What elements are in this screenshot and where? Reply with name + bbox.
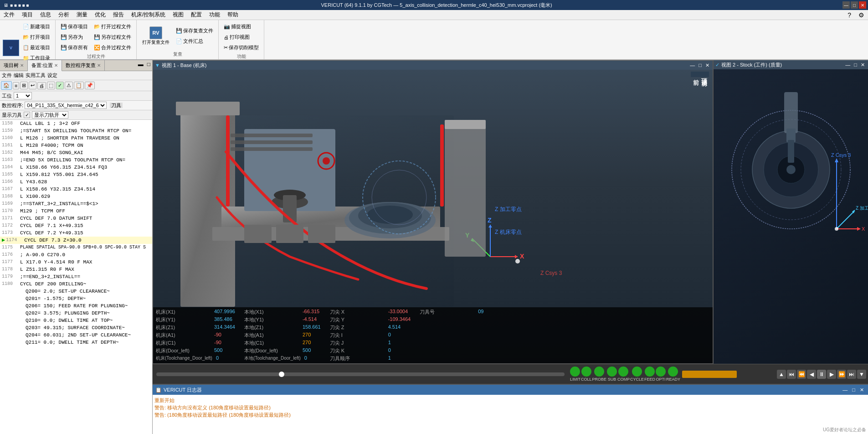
menu-optimize[interactable]: 优化 bbox=[91, 10, 109, 20]
nc-menu-settings[interactable]: 设定 bbox=[47, 72, 57, 79]
nc-sub-q210: Q210= 0.0; DWELL TIME AT TOP~ bbox=[0, 317, 152, 324]
menu-info[interactable]: 信息 bbox=[36, 10, 55, 20]
nc-program-select[interactable]: 04_P11_335_5X_hermie_c42_640.h bbox=[25, 102, 107, 109]
display-tool-checkbox[interactable]: ✓ bbox=[24, 112, 30, 118]
minimize-btn[interactable]: — bbox=[842, 1, 850, 9]
menu-help[interactable]: 帮助 bbox=[224, 10, 242, 20]
nc-copy-btn[interactable]: 📋 bbox=[74, 82, 84, 89]
local-z-label: 本地(Z1) bbox=[244, 324, 299, 331]
nc-undo-btn[interactable]: ↩ bbox=[29, 82, 36, 89]
machine-z-val: 314.3464 bbox=[214, 324, 235, 331]
status-bar: LIMIT COLL PROBE SUB COMP bbox=[153, 364, 868, 384]
close-tab-setup[interactable]: ✕ bbox=[54, 63, 58, 68]
recent-project-btn[interactable]: 📋最近项目 bbox=[21, 43, 52, 52]
print-view-btn[interactable]: 🖨打印视图 bbox=[221, 32, 261, 42]
view1-min-btn[interactable]: — bbox=[688, 62, 696, 68]
svg-rect-35 bbox=[276, 225, 303, 243]
log-max-btn[interactable]: □ bbox=[851, 387, 857, 393]
save-process-btn[interactable]: 💾另存过程文件 bbox=[92, 32, 134, 42]
play-btn[interactable]: ⏩ bbox=[837, 370, 846, 379]
nc-print-btn[interactable]: 🖨 bbox=[37, 82, 46, 89]
tool-j-val: 1 bbox=[388, 340, 391, 346]
slider-thumb[interactable] bbox=[279, 372, 284, 377]
capture-view-btn[interactable]: 📷捕捉视图 bbox=[221, 22, 261, 31]
log-min-btn[interactable]: — bbox=[841, 387, 849, 393]
menu-file[interactable]: 文件 bbox=[0, 10, 18, 20]
nc-grid-btn[interactable]: ⊞ bbox=[20, 82, 28, 89]
nc-split-btn[interactable]: ⬚ bbox=[47, 82, 55, 89]
svg-line-49 bbox=[837, 211, 855, 229]
scroll-down-btn[interactable]: ▼ bbox=[857, 370, 866, 379]
nc-line-1160: 1160 L M126 ; SHORTER PATH TRAVERSE ON bbox=[0, 134, 152, 142]
rewind-btn[interactable]: ⏪ bbox=[797, 370, 806, 379]
nc-menu-edit[interactable]: 编辑 bbox=[14, 72, 24, 79]
fwd-all-btn[interactable]: ⏭ bbox=[847, 370, 856, 379]
save-review-btn[interactable]: 💾保存复查文件 bbox=[174, 26, 216, 36]
new-project-btn[interactable]: 📄新建项目 bbox=[21, 22, 52, 31]
merge-process-btn[interactable]: 🔀合并过程文件 bbox=[92, 43, 134, 52]
close-tab-nc[interactable]: ✕ bbox=[97, 63, 101, 68]
nc-home-btn[interactable]: 🏠 bbox=[1, 81, 12, 90]
ribbon-group-function: 📷捕捉视图 🖨打印视图 ✂保存切削模型 功能 bbox=[219, 20, 264, 59]
title-bar: 🖥 ■ ■ ■ ■ ■ VERICUT (64) 9.1.1 by CGTech… bbox=[0, 0, 868, 10]
log-close-btn[interactable]: ✕ bbox=[858, 387, 865, 393]
menu-report[interactable]: 报告 bbox=[109, 10, 128, 20]
scroll-up-btn[interactable]: ▲ bbox=[777, 370, 786, 379]
nc-list-btn[interactable]: ≡ bbox=[13, 82, 19, 89]
nc-code-view[interactable]: 1158 CALL LBL 1 ; 3+2 OFF 1159 ;=START 5… bbox=[0, 120, 152, 434]
open-review-btn[interactable]: RV 打开复查文件 bbox=[139, 25, 172, 47]
menu-machine[interactable]: 机床/控制系统 bbox=[128, 10, 169, 20]
view2-max-btn[interactable]: □ bbox=[853, 62, 858, 67]
menu-config[interactable]: 配置 bbox=[187, 10, 205, 20]
show-mode-select[interactable]: 显示刀轨开 bbox=[32, 111, 68, 119]
nc-paste-btn[interactable]: 📌 bbox=[85, 82, 95, 89]
help-icon[interactable]: ? bbox=[844, 10, 855, 20]
file-summary-btn[interactable]: 📄文件汇总 bbox=[174, 36, 216, 46]
menu-analysis[interactable]: 分析 bbox=[55, 10, 73, 20]
step-fwd-btn[interactable]: ▶ bbox=[827, 370, 836, 379]
nc-line-1165: 1165 L X159.812 Y55.001 Z34.645 bbox=[0, 171, 152, 178]
view1[interactable]: ▼ 视图 1 - Base (机床) — □ ✕ bbox=[153, 60, 713, 364]
save-as-btn[interactable]: 💾另存为 bbox=[58, 32, 90, 42]
settings-icon[interactable]: ⚙ bbox=[855, 10, 868, 20]
view2-close-btn[interactable]: ✕ bbox=[859, 62, 866, 68]
tab-project-tree[interactable]: 项目树 ✕ bbox=[0, 60, 28, 71]
progress-slider[interactable] bbox=[156, 372, 565, 376]
workpiece-select[interactable]: 1 bbox=[14, 92, 32, 99]
maximize-btn[interactable]: □ bbox=[851, 1, 858, 9]
nc-menu-file[interactable]: 文件 bbox=[2, 72, 12, 79]
view2[interactable]: ✓ 视图 2 - Stock (工件) (质量) — □ ✕ bbox=[713, 60, 868, 364]
save-all-btn[interactable]: 💾保存所有 bbox=[58, 43, 90, 52]
close-btn[interactable]: ✕ bbox=[859, 1, 866, 9]
panel-minimize-btn[interactable]: ▬ bbox=[136, 60, 145, 71]
view2-min-btn[interactable]: — bbox=[844, 62, 852, 67]
nc-check-btn[interactable]: ✓ bbox=[56, 82, 64, 89]
tool-seq-label: 刀具顺序 bbox=[330, 355, 385, 362]
nc-menu-tools[interactable]: 实用工具 bbox=[26, 72, 46, 79]
open-project-btn[interactable]: 📂打开项目 bbox=[21, 32, 52, 42]
menu-measure[interactable]: 测量 bbox=[73, 10, 91, 20]
rewind-all-btn[interactable]: ⏮ bbox=[787, 370, 796, 379]
local-c-label: 本地(C1) bbox=[244, 340, 299, 346]
machine-y-val: 385.486 bbox=[214, 316, 232, 323]
panel-restore-btn[interactable]: □ bbox=[145, 60, 152, 71]
pause-btn[interactable]: ⏸ bbox=[817, 370, 826, 379]
close-tab-project[interactable]: ✕ bbox=[20, 63, 24, 68]
tab-setup-position[interactable]: 备置:位置 ✕ bbox=[28, 60, 62, 71]
save-cut-model-btn[interactable]: ✂保存切削模型 bbox=[221, 43, 261, 52]
save-project-btn[interactable]: 💾保存项目 bbox=[58, 22, 90, 31]
svg-rect-34 bbox=[244, 225, 272, 243]
svg-marker-15 bbox=[515, 255, 518, 258]
menu-function[interactable]: 功能 bbox=[205, 10, 224, 20]
tab-nc-review[interactable]: 数控程序复查 ✕ bbox=[62, 60, 105, 71]
open-process-btn[interactable]: 📂打开过程文件 bbox=[92, 22, 134, 31]
menu-view[interactable]: 视图 bbox=[169, 10, 187, 20]
step-back-btn[interactable]: ◀ bbox=[807, 370, 816, 379]
indicator-comp: COMP bbox=[617, 367, 630, 382]
menu-project[interactable]: 项目 bbox=[18, 10, 36, 20]
local-x-label: 本地(X1) bbox=[244, 309, 299, 315]
nc-warn-btn[interactable]: ⚠ bbox=[65, 82, 73, 89]
view1-close-btn[interactable]: ✕ bbox=[704, 62, 711, 68]
status-indicator-row: LIMIT COLL PROBE SUB COMP bbox=[570, 367, 680, 382]
view1-max-btn[interactable]: □ bbox=[697, 62, 703, 68]
